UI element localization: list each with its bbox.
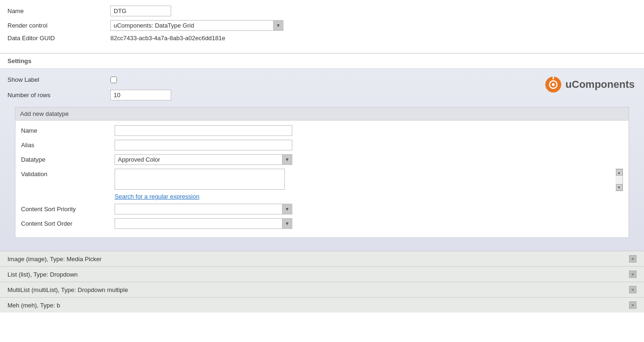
list-item[interactable]: List (list), Type: Dropdown ×	[0, 266, 644, 282]
item-label-3: Meh (meh), Type: b	[7, 302, 60, 309]
scrollbar-down-button[interactable]: ▼	[616, 184, 622, 191]
validation-scrollbar: ▲ ▼	[615, 169, 623, 191]
dt-validation-row: Validation ▲ ▼ Search for	[21, 169, 623, 200]
dt-sort-order-label: Content Sort Order	[21, 218, 115, 227]
name-row: Name	[7, 6, 637, 16]
ucomponents-logo: uComponents	[545, 76, 635, 93]
dt-validation-textarea[interactable]	[115, 169, 285, 190]
ucomponents-logo-text: uComponents	[565, 78, 635, 91]
dt-datatype-select-wrapper: Approved Color ▼	[115, 154, 623, 165]
dt-validation-input-wrapper: ▲ ▼ Search for a regular expression	[115, 169, 623, 200]
validation-textarea-wrapper: ▲ ▼	[115, 169, 623, 191]
dt-datatype-select[interactable]: Approved Color	[115, 154, 292, 165]
list-item[interactable]: MultiList (multiList), Type: Dropdown mu…	[0, 282, 644, 297]
render-select-wrapper: uComponents: DataType Grid ▼	[110, 20, 283, 31]
dt-alias-row: Alias	[21, 140, 623, 150]
top-section: Name Render control uComponents: DataTyp…	[0, 0, 644, 53]
dt-datatype-label: Datatype	[21, 154, 115, 163]
dt-sort-priority-outer: ▼	[115, 204, 292, 214]
item-close-3[interactable]: ×	[629, 301, 637, 309]
svg-point-2	[552, 83, 555, 86]
dt-name-input-wrapper	[115, 125, 623, 136]
add-datatype-panel: Add new datatype Name Alias	[15, 107, 629, 238]
existing-items-list: Image (image), Type: Media Picker × List…	[0, 251, 644, 313]
main-container: Name Render control uComponents: DataTyp…	[0, 0, 644, 342]
show-label-text: Show Label	[7, 76, 110, 83]
item-label-0: Image (image), Type: Media Picker	[7, 256, 101, 263]
datatype-panel-header: Add new datatype	[15, 107, 629, 121]
rows-input[interactable]	[110, 90, 171, 100]
settings-content: uComponents Show Label Number of rows Ad…	[0, 69, 644, 251]
list-item[interactable]: Meh (meh), Type: b ×	[0, 297, 644, 313]
dt-sort-order-outer: ▼	[115, 218, 292, 229]
list-item[interactable]: Image (image), Type: Media Picker ×	[0, 251, 644, 266]
dt-sort-priority-select-wrapper: ▼	[115, 204, 623, 214]
settings-title: Settings	[0, 53, 644, 69]
dt-sort-priority-label: Content Sort Priority	[21, 204, 115, 213]
dt-datatype-select-outer: Approved Color ▼	[115, 154, 292, 165]
dt-validation-label: Validation	[21, 169, 115, 178]
dt-name-row: Name	[21, 125, 623, 136]
rows-row: Number of rows	[7, 90, 637, 100]
dt-datatype-row: Datatype Approved Color ▼	[21, 154, 623, 165]
rows-label: Number of rows	[7, 92, 110, 99]
guid-label: Data Editor GUID	[7, 35, 110, 42]
item-label-2: MultiList (multiList), Type: Dropdown mu…	[7, 286, 128, 293]
render-row: Render control uComponents: DataType Gri…	[7, 20, 637, 31]
render-select[interactable]: uComponents: DataType Grid	[110, 20, 283, 31]
dt-name-input[interactable]	[115, 125, 292, 136]
item-close-1[interactable]: ×	[629, 271, 637, 278]
show-label-row: Show Label	[7, 76, 637, 83]
name-label: Name	[7, 7, 110, 14]
guid-row: Data Editor GUID 82cc7433-acb3-4a7a-8ab3…	[7, 35, 637, 42]
scrollbar-up-button[interactable]: ▲	[616, 169, 622, 176]
dt-sort-priority-row: Content Sort Priority ▼	[21, 204, 623, 214]
show-label-checkbox[interactable]	[110, 77, 117, 83]
dt-sort-order-select[interactable]	[115, 218, 292, 229]
dt-name-label: Name	[21, 125, 115, 134]
dt-alias-input-wrapper	[115, 140, 623, 150]
dt-alias-label: Alias	[21, 140, 115, 149]
dt-alias-input[interactable]	[115, 140, 292, 150]
dt-sort-priority-select[interactable]	[115, 204, 292, 214]
name-input[interactable]	[110, 6, 171, 16]
datatype-panel-body: Name Alias Datatype	[15, 121, 629, 237]
guid-value: 82cc7433-acb3-4a7a-8ab3-a02ec6dd181e	[110, 35, 225, 42]
dt-sort-order-row: Content Sort Order ▼	[21, 218, 623, 229]
render-label: Render control	[7, 22, 110, 29]
item-close-2[interactable]: ×	[629, 286, 637, 293]
ucomponents-logo-icon	[545, 76, 562, 93]
dt-sort-order-select-wrapper: ▼	[115, 218, 623, 229]
regex-link[interactable]: Search for a regular expression	[115, 193, 623, 200]
item-label-1: List (list), Type: Dropdown	[7, 271, 78, 278]
item-close-0[interactable]: ×	[629, 255, 637, 263]
